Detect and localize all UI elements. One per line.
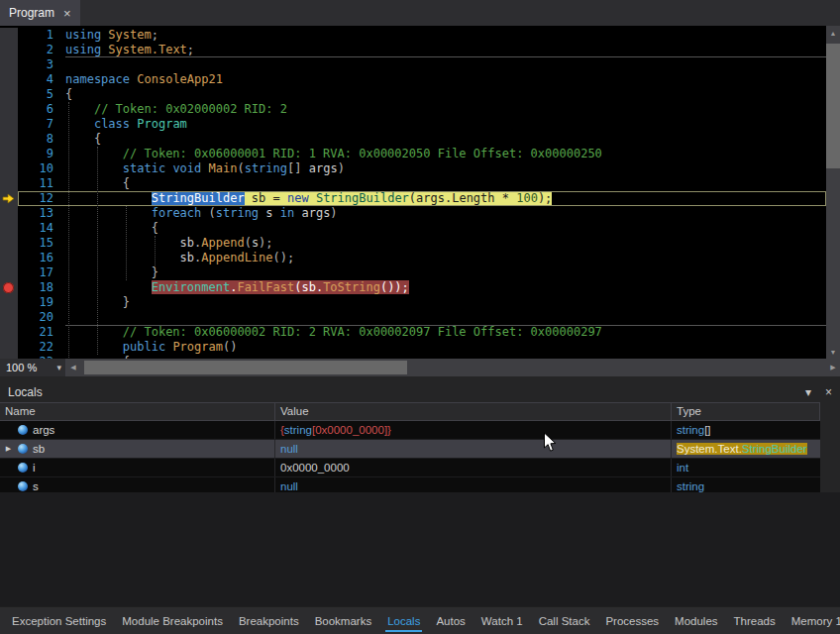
column-header-value[interactable]: Value [275, 403, 672, 420]
expander-icon[interactable]: ▶ [4, 445, 13, 453]
horizontal-scrollbar-thumb[interactable] [84, 361, 407, 374]
glyph-margin[interactable] [0, 43, 18, 57]
locals-row-args[interactable]: args{string[0x0000_0000]}string[] [0, 421, 820, 440]
glyph-margin[interactable] [0, 72, 18, 87]
line-number: 5 [18, 87, 53, 102]
vertical-scrollbar-thumb[interactable] [826, 44, 840, 168]
code-line-2[interactable]: 2using System.Text; [0, 43, 840, 57]
column-header-name[interactable]: Name [0, 403, 275, 420]
code-line-21[interactable]: 21 // Token: 0x06000002 RID: 2 RVA: 0x00… [0, 325, 840, 340]
code-line-1[interactable]: 1using System; [0, 28, 840, 43]
code-line-15[interactable]: 15 sb.Append(s); [0, 236, 840, 251]
glyph-margin[interactable] [0, 236, 18, 251]
glyph-margin[interactable] [0, 161, 18, 176]
text-segment: string [216, 206, 259, 220]
line-number: 9 [18, 147, 53, 161]
glyph-margin[interactable] [0, 280, 18, 295]
text-segment [65, 147, 123, 160]
locals-value-cell[interactable]: {string[0x0000_0000]} [275, 421, 672, 439]
code-line-10[interactable]: 10 static void Main(string[] args) [0, 161, 840, 176]
glyph-margin[interactable] [0, 147, 18, 161]
tool-tab-locals[interactable]: Locals [379, 607, 428, 634]
code-line-8[interactable]: 8 { [0, 132, 840, 147]
glyph-margin[interactable] [0, 251, 18, 265]
tool-tab-watch-1[interactable]: Watch 1 [473, 607, 531, 634]
text-segment: new [287, 191, 309, 205]
code-editor[interactable]: 1using System;2using System.Text;34names… [0, 26, 840, 359]
tool-tab-autos[interactable]: Autos [428, 607, 472, 634]
code-line-18[interactable]: 18 Environment.FailFast(sb.ToString()); [0, 280, 840, 295]
variable-name: s [33, 480, 39, 492]
text-segment: void [172, 161, 201, 175]
tool-tab-memory-1[interactable]: Memory 1 [784, 607, 840, 634]
text-segment: static [123, 161, 165, 175]
tool-tab-threads[interactable]: Threads [726, 607, 784, 634]
editor-horizontal-scrollbar[interactable]: ◀ ▶ [66, 359, 840, 376]
glyph-margin[interactable] [0, 117, 18, 132]
zoom-level-select[interactable]: 100 % ▾ [0, 359, 66, 376]
tool-tab-processes[interactable]: Processes [597, 607, 667, 634]
text-segment [65, 161, 123, 175]
text-segment: sb [180, 251, 194, 264]
tool-tab-module-breakpoints[interactable]: Module Breakpoints [114, 607, 231, 634]
locals-row-sb[interactable]: ▶sbnullSystem.Text.StringBuilder [0, 440, 820, 459]
code-line-text: { [53, 132, 840, 147]
code-line-12[interactable]: 12 StringBuilder sb = new StringBuilder(… [0, 191, 840, 206]
scroll-down-icon[interactable]: ▼ [826, 345, 840, 359]
code-line-17[interactable]: 17 } [0, 265, 840, 280]
glyph-margin[interactable] [0, 295, 18, 310]
glyph-margin[interactable] [0, 102, 18, 117]
text-segment: public [123, 340, 165, 354]
glyph-margin[interactable] [0, 28, 18, 43]
glyph-margin[interactable] [0, 221, 18, 236]
glyph-margin[interactable] [0, 176, 18, 191]
tool-tab-modules[interactable]: Modules [667, 607, 725, 634]
scroll-left-icon[interactable]: ◀ [66, 359, 80, 376]
glyph-margin[interactable] [0, 57, 18, 72]
scroll-right-icon[interactable]: ▶ [826, 359, 840, 376]
code-line-20[interactable]: 20 [0, 310, 840, 325]
code-line-6[interactable]: 6 // Token: 0x02000002 RID: 2 [0, 102, 840, 117]
glyph-margin[interactable] [0, 265, 18, 280]
code-line-text: StringBuilder sb = new StringBuilder(arg… [53, 191, 840, 206]
tab-program[interactable]: Program × [0, 0, 80, 26]
code-line-3[interactable]: 3 [0, 57, 840, 72]
code-line-5[interactable]: 5{ [0, 87, 840, 102]
locals-value-cell[interactable]: null [275, 440, 672, 458]
editor-vertical-scrollbar[interactable]: ▲ ▼ [826, 26, 840, 359]
code-line-22[interactable]: 22 public Program() [0, 340, 840, 355]
text-segment: StringBuilder [742, 443, 807, 455]
panel-close-icon[interactable]: × [825, 385, 832, 399]
tool-tab-breakpoints[interactable]: Breakpoints [231, 607, 307, 634]
tab-close-icon[interactable]: × [63, 7, 71, 20]
code-line-19[interactable]: 19 } [0, 295, 840, 310]
text-segment: ( [237, 161, 244, 175]
text-segment [65, 251, 180, 264]
glyph-margin[interactable] [0, 310, 18, 325]
column-header-type[interactable]: Type [672, 403, 820, 420]
glyph-margin[interactable] [0, 340, 18, 355]
glyph-margin[interactable] [0, 87, 18, 102]
locals-value-cell[interactable]: 0x0000_0000 [275, 459, 672, 476]
line-number: 12 [18, 191, 53, 206]
code-line-9[interactable]: 9 // Token: 0x06000001 RID: 1 RVA: 0x000… [0, 147, 840, 161]
tool-tab-call-stack[interactable]: Call Stack [531, 607, 598, 634]
code-line-11[interactable]: 11 { [0, 176, 840, 191]
locals-row-i[interactable]: i0x0000_0000int [0, 459, 820, 477]
glyph-margin[interactable] [0, 206, 18, 221]
tool-tab-exception-settings[interactable]: Exception Settings [4, 607, 114, 634]
code-line-text: // Token: 0x06000001 RID: 1 RVA: 0x00002… [53, 147, 840, 161]
code-line-14[interactable]: 14 { [0, 221, 840, 236]
glyph-margin[interactable] [0, 132, 18, 147]
code-line-16[interactable]: 16 sb.AppendLine(); [0, 251, 840, 265]
text-segment: int [677, 462, 688, 474]
code-line-4[interactable]: 4namespace ConsoleApp21 [0, 72, 840, 87]
panel-menu-icon[interactable]: ▾ [805, 385, 811, 399]
glyph-margin[interactable] [0, 325, 18, 340]
code-line-13[interactable]: 13 foreach (string s in args) [0, 206, 840, 221]
scroll-up-icon[interactable]: ▲ [826, 26, 840, 40]
glyph-margin[interactable] [0, 191, 18, 206]
breakpoint-icon[interactable] [3, 282, 14, 293]
code-line-7[interactable]: 7 class Program [0, 117, 840, 132]
tool-tab-bookmarks[interactable]: Bookmarks [307, 607, 380, 634]
